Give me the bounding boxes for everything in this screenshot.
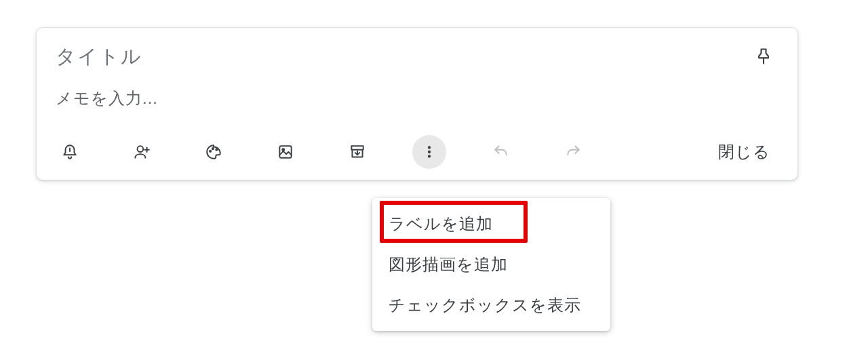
title-input[interactable] [56,45,749,68]
archive-icon [349,143,366,161]
pin-icon [754,47,773,66]
reminder-icon [61,143,79,161]
svg-point-12 [428,146,431,149]
image-button[interactable] [269,135,302,169]
menu-item-add-drawing[interactable]: 図形描画を追加 [372,244,610,285]
palette-button[interactable] [197,135,231,169]
title-row [37,28,797,77]
archive-button[interactable] [340,135,374,169]
svg-rect-10 [351,146,363,149]
svg-point-13 [428,151,431,153]
svg-point-14 [428,155,431,157]
menu-item-show-checkboxes[interactable]: チェックボックスを表示 [372,285,610,326]
collaborator-icon [133,143,151,161]
body-input[interactable] [56,89,778,108]
toolbar: 閉じる [37,132,797,176]
redo-button[interactable] [556,135,590,169]
pin-button[interactable] [749,41,778,71]
body-row [37,77,797,132]
svg-point-9 [282,149,284,151]
note-editor-card: 閉じる [36,27,798,180]
palette-icon [205,143,222,161]
svg-point-2 [138,146,144,152]
redo-icon [564,143,582,161]
svg-rect-8 [279,146,291,157]
more-dropdown-menu: ラベルを追加 図形描画を追加 チェックボックスを表示 [372,198,610,331]
collaborator-button[interactable] [125,135,159,169]
more-button[interactable] [412,135,446,169]
menu-item-add-label[interactable]: ラベルを追加 [372,203,610,244]
svg-point-7 [216,149,217,151]
close-button[interactable]: 閉じる [707,136,781,168]
more-icon [420,143,438,161]
undo-icon [492,143,510,161]
svg-point-6 [212,148,214,149]
reminder-button[interactable] [53,135,87,169]
undo-button[interactable] [484,135,518,169]
svg-point-5 [210,151,211,152]
image-icon [277,143,294,161]
